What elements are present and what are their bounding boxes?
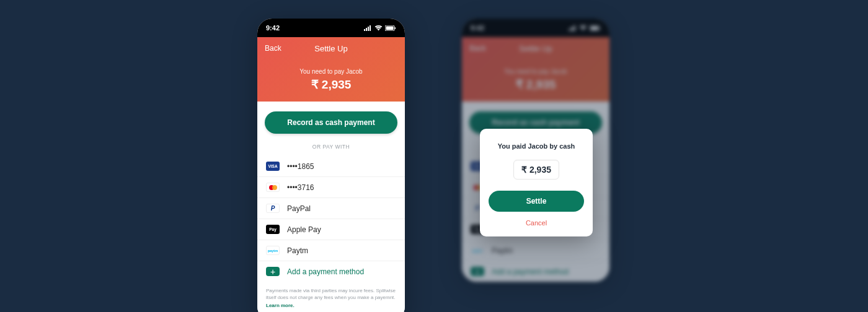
page-title: Settle Up: [314, 44, 347, 53]
modal-title: You paid Jacob by cash: [489, 142, 584, 150]
svg-rect-2: [368, 27, 369, 31]
applepay-icon: Pay: [266, 225, 280, 234]
svg-rect-6: [395, 27, 396, 29]
battery-icon: [385, 25, 396, 31]
back-button[interactable]: Back: [265, 44, 281, 53]
record-cash-button[interactable]: Record as cash payment: [265, 111, 397, 134]
payment-method-row[interactable]: VISA ••••1865: [257, 156, 405, 177]
payment-method-row[interactable]: Pay Apple Pay: [257, 219, 405, 240]
payment-method-row[interactable]: ••••3716: [257, 177, 405, 198]
amount: ₹ 2,935: [257, 77, 405, 92]
header-top: Back Settle Up: [257, 37, 405, 59]
svg-rect-10: [574, 25, 575, 31]
svg-rect-8: [570, 28, 572, 31]
learn-more-link[interactable]: Learn more.: [266, 303, 396, 310]
svg-rect-1: [366, 28, 367, 31]
mastercard-icon: [266, 183, 280, 192]
plus-icon: +: [266, 267, 280, 276]
add-payment-method-row[interactable]: + Add a payment method: [257, 261, 405, 282]
footnote: Payments made via third parties may incu…: [257, 282, 405, 312]
paypal-icon: P: [266, 204, 280, 213]
svg-rect-5: [386, 26, 394, 30]
signal-icon: [364, 25, 372, 31]
settle-button[interactable]: Settle: [489, 191, 584, 212]
or-pay-with-label: OR PAY WITH: [257, 140, 405, 156]
svg-rect-13: [600, 27, 601, 29]
wifi-icon: [374, 25, 383, 31]
svg-rect-0: [364, 29, 365, 31]
header-body: You need to pay Jacob ₹ 2,935: [257, 59, 405, 92]
payment-method-row[interactable]: paytm Paytm: [257, 240, 405, 261]
status-time: 9:42: [266, 24, 280, 32]
primary-btn-wrap: Record as cash payment: [257, 102, 405, 140]
paytm-icon: paytm: [266, 246, 280, 255]
add-payment-method-label: Add a payment method: [287, 267, 364, 276]
status-icons: [364, 25, 396, 31]
status-bar: 9:42: [257, 19, 405, 37]
svg-rect-3: [370, 25, 371, 31]
modal-amount-input[interactable]: ₹ 2,935: [513, 160, 559, 180]
svg-rect-12: [591, 26, 598, 30]
svg-rect-9: [572, 27, 574, 31]
svg-rect-7: [569, 29, 570, 31]
payment-method-row[interactable]: P PayPal: [257, 198, 405, 219]
settle-confirm-modal: You paid Jacob by cash ₹ 2,935 Settle Ca…: [480, 129, 593, 236]
visa-icon: VISA: [266, 162, 280, 171]
payment-method-label: PayPal: [287, 204, 311, 213]
cancel-button[interactable]: Cancel: [489, 212, 584, 228]
content: Record as cash payment OR PAY WITH VISA …: [257, 102, 405, 312]
payment-method-label: ••••3716: [287, 183, 314, 192]
payment-method-list: VISA ••••1865 ••••3716 P PayPal Pay Appl…: [257, 156, 405, 282]
phone-settle-up: 9:42 Back Settle Up You need to pay Jaco…: [257, 19, 405, 312]
payment-method-label: Paytm: [287, 246, 308, 255]
payment-method-label: Apple Pay: [287, 225, 321, 234]
payment-method-label: ••••1865: [287, 162, 314, 171]
pay-line: You need to pay Jacob: [257, 68, 405, 75]
header: Back Settle Up You need to pay Jacob ₹ 2…: [257, 37, 405, 102]
footnote-text: Payments made via third parties may incu…: [266, 288, 396, 300]
